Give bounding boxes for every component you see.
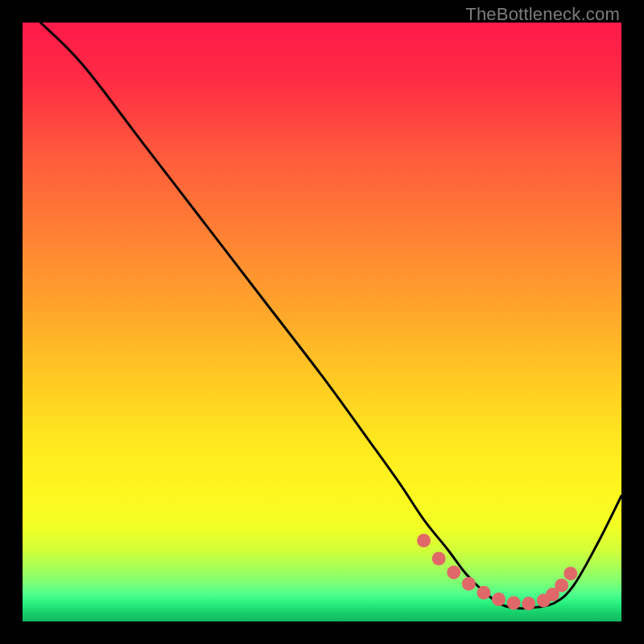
optimal-dot	[432, 551, 446, 565]
bottleneck-curve	[40, 23, 621, 609]
plot-area	[23, 23, 621, 621]
optimal-dot	[417, 534, 431, 547]
optimal-dot	[522, 597, 535, 610]
optimal-zone-dots	[417, 534, 577, 610]
optimal-dot	[555, 579, 568, 592]
optimal-dot	[507, 596, 521, 609]
optimal-dot	[462, 577, 476, 591]
optimal-dot	[447, 565, 460, 579]
watermark-text: TheBottleneck.com	[465, 4, 620, 25]
optimal-dot	[492, 592, 506, 606]
optimal-dot	[477, 586, 490, 600]
optimal-dot	[564, 567, 577, 580]
chart-svg	[23, 23, 621, 621]
chart-frame: TheBottleneck.com	[0, 0, 644, 644]
